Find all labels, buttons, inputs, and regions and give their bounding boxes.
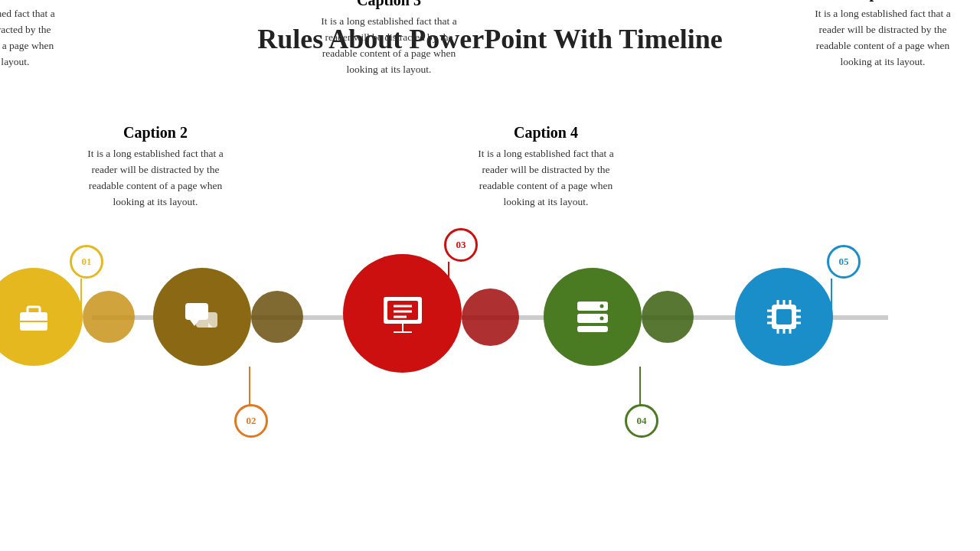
caption-block-3: Caption 3 It is a long established fact …	[309, 0, 469, 78]
stem-1	[80, 279, 82, 317]
stem-2	[249, 367, 250, 405]
svg-point-18	[600, 317, 604, 321]
badge-4: 04	[625, 404, 658, 438]
chat-icon	[182, 297, 222, 337]
small-right-3	[462, 289, 519, 346]
small-right-2	[251, 291, 303, 343]
small-right-1	[83, 291, 135, 343]
svg-rect-16	[577, 326, 608, 332]
timeline-container: 01 Caption 1 It is a long established fa…	[31, 78, 949, 507]
big-circle-5	[735, 268, 833, 366]
small-right-4	[642, 291, 694, 343]
caption-block-2: Caption 2 It is a long established fact …	[75, 124, 236, 210]
big-circle-2	[153, 268, 251, 366]
stem-5	[831, 279, 832, 317]
briefcase-icon	[14, 297, 54, 337]
badge-1: 01	[70, 245, 103, 279]
caption-block-1: Caption 1 It is a long established fact …	[0, 0, 67, 70]
badge-2: 02	[234, 404, 268, 438]
stem-3	[448, 262, 449, 292]
badge-5: 05	[827, 245, 861, 279]
badge-3: 03	[444, 228, 478, 262]
caption-block-4: Caption 4 It is a long established fact …	[466, 124, 626, 210]
big-circle-4	[544, 268, 642, 366]
big-circle-3	[343, 254, 462, 373]
stem-4	[639, 367, 641, 405]
caption-block-5: Caption 5 It is a long established fact …	[802, 0, 963, 70]
server-icon	[573, 297, 612, 337]
svg-rect-1	[28, 307, 40, 315]
chip-icon	[764, 297, 804, 337]
svg-rect-20	[776, 309, 792, 324]
svg-point-17	[600, 305, 604, 308]
presentation-icon	[380, 291, 426, 337]
big-circle-1	[0, 268, 83, 366]
svg-rect-5	[196, 312, 217, 328]
